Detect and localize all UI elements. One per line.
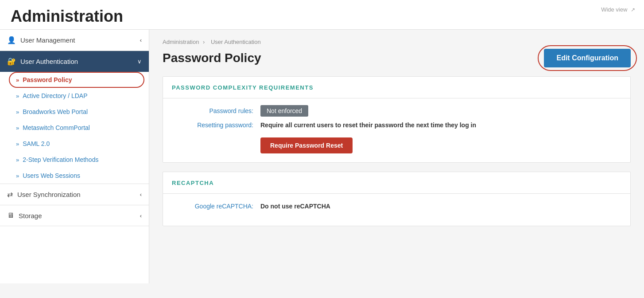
bullet-web-sessions: » [16,173,19,179]
section-card-recaptcha: RECAPTCHAGoogle reCAPTCHA:Do not use reC… [163,172,631,226]
main-layout: 👤 User Management ‹ 🔐 User Authenticatio… [0,30,644,283]
section-title-password-complexity: PASSWORD COMPLEXITY REQUIREMENTS [172,84,314,91]
bullet-metaswitch: » [16,125,19,131]
main-content: Administration › User Authentication Pas… [149,30,644,283]
not-enforced-badge: Not enforced [260,105,308,117]
field-row-recaptcha: Google reCAPTCHA:Do not use reCAPTCHA [172,203,621,210]
user-management-icon: 👤 [7,36,16,44]
breadcrumb-user-auth: User Authentication [211,39,261,45]
wide-view-link[interactable]: Wide view ↗ [601,6,635,13]
label-active-directory: Active Directory / LDAP [23,92,87,99]
field-value: Do not use reCAPTCHA [260,203,621,210]
require-password-reset-button[interactable]: Require Password Reset [260,137,353,153]
sidebar-item-active-directory[interactable]: »Active Directory / LDAP [0,88,149,104]
section-header-password-complexity: PASSWORD COMPLEXITY REQUIREMENTS [163,77,630,98]
sidebar-section-header-user-synchronization[interactable]: ⇄ User Synchronization ‹ [0,184,149,205]
section-body-password-complexity: Password rules:Not enforcedResetting pas… [163,98,630,162]
sidebar-section-header-storage[interactable]: 🖥 Storage ‹ [0,205,149,226]
sidebar-section-storage: 🖥 Storage ‹ [0,205,149,226]
storage-label: Storage [19,212,42,220]
bullet-two-step: » [16,157,19,163]
label-password-policy: Password Policy [23,76,72,83]
section-card-password-complexity: PASSWORD COMPLEXITY REQUIREMENTSPassword… [163,76,631,163]
bullet-saml: » [16,141,19,147]
sidebar-section-user-authentication: 🔐 User Authentication ∨ »Password Policy… [0,51,149,184]
sidebar-item-broadworks[interactable]: »Broadworks Web Portal [0,104,149,120]
section-header-recaptcha: RECAPTCHA [163,172,630,194]
sidebar-section-header-user-management[interactable]: 👤 User Management ‹ [0,30,149,51]
sidebar-section-user-synchronization: ⇄ User Synchronization ‹ [0,184,149,205]
sidebar-item-saml[interactable]: »SAML 2.0 [0,136,149,152]
user-synchronization-label: User Synchronization [17,191,81,198]
sidebar-item-web-sessions[interactable]: »Users Web Sessions [0,168,149,184]
sidebar-item-two-step[interactable]: »2-Step Verification Methods [0,152,149,168]
breadcrumb: Administration › User Authentication [163,39,631,45]
user-synchronization-chevron: ‹ [140,191,142,198]
label-two-step: 2-Step Verification Methods [23,156,98,163]
bullet-active-directory: » [16,93,19,99]
top-header: Administration Wide view ↗ [0,0,644,30]
sidebar: 👤 User Management ‹ 🔐 User Authenticatio… [0,30,149,283]
field-value: Require all current users to reset their… [260,122,621,129]
label-broadworks: Broadworks Web Portal [23,108,88,115]
sidebar-items-user-authentication: »Password Policy»Active Directory / LDAP… [0,72,149,184]
section-title-recaptcha: RECAPTCHA [172,180,214,186]
label-web-sessions: Users Web Sessions [23,172,80,179]
sidebar-item-metaswitch[interactable]: »Metaswitch CommPortal [0,120,149,136]
user-authentication-label: User Authentication [20,58,78,65]
storage-chevron: ‹ [140,212,142,219]
edit-config-wrapper: Edit Configuration [544,49,631,67]
section-body-recaptcha: Google reCAPTCHA:Do not use reCAPTCHA [163,194,630,226]
field-row-password-complexity: Password rules:Not enforced [172,107,621,114]
sidebar-section-user-management: 👤 User Management ‹ [0,30,149,51]
user-authentication-chevron: ∨ [137,58,142,65]
field-label: Google reCAPTCHA: [172,203,260,210]
bullet-password-policy: » [16,77,19,83]
sections-container: PASSWORD COMPLEXITY REQUIREMENTSPassword… [163,76,631,226]
edit-configuration-button[interactable]: Edit Configuration [544,49,631,67]
user-management-label: User Management [20,36,75,44]
expand-icon: ↗ [631,7,635,13]
page-title: Password Policy [163,51,261,65]
breadcrumb-admin[interactable]: Administration [163,39,199,45]
label-saml: SAML 2.0 [23,140,50,147]
user-management-chevron: ‹ [140,37,142,43]
page-title-row: Password Policy Edit Configuration [163,49,631,67]
user-authentication-icon: 🔐 [7,57,16,66]
sidebar-section-header-user-authentication[interactable]: 🔐 User Authentication ∨ [0,51,149,72]
storage-icon: 🖥 [7,212,14,220]
field-label: Resetting password: [172,122,260,129]
bullet-broadworks: » [16,109,19,115]
app-title: Administration [11,7,633,26]
sidebar-item-password-policy[interactable]: »Password Policy [0,72,149,88]
label-metaswitch: Metaswitch CommPortal [23,124,90,131]
field-label: Password rules: [172,107,260,114]
field-row-password-complexity: Resetting password:Require all current u… [172,122,621,129]
user-synchronization-icon: ⇄ [7,190,13,199]
field-value: Not enforced [260,107,621,114]
